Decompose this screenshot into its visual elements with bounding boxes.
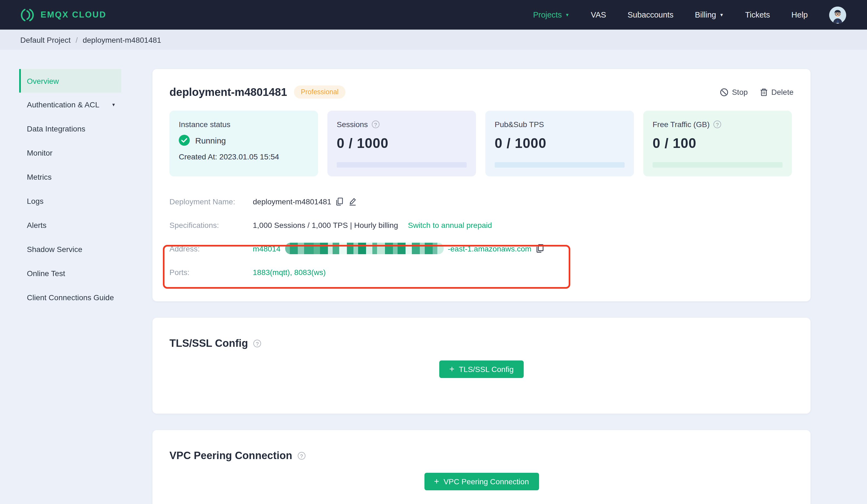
user-avatar[interactable]: [829, 6, 846, 23]
stat-instance-status: Instance status Running Created At: 2023…: [170, 111, 318, 176]
deployment-card: deployment-m4801481 Professional Stop: [152, 69, 811, 301]
avatar-illustration: [829, 6, 846, 23]
stat-sessions: Sessions ? 0 / 1000: [328, 111, 476, 176]
address-redacted-block: [285, 243, 443, 254]
ports-value: 1883(mqtt), 8083(ws): [253, 267, 326, 276]
stat-pubsub-tps: Pub&Sub TPS 0 / 1000: [485, 111, 634, 176]
address-row: Address: m48014 -east-1.amazonaws.com: [170, 237, 793, 260]
chevron-down-icon: ▼: [111, 102, 116, 107]
created-at: Created At: 2023.01.05 15:54: [179, 152, 309, 161]
tps-value: 0 / 1000: [495, 135, 624, 151]
add-vpc-peering-button[interactable]: + VPC Peering Connection: [424, 473, 539, 490]
running-check-icon: [179, 135, 190, 146]
nav-help[interactable]: Help: [791, 10, 808, 19]
nav-projects[interactable]: Projects▼: [533, 10, 569, 19]
switch-annual-prepaid-link[interactable]: Switch to annual prepaid: [408, 220, 492, 229]
sidebar-item-alerts[interactable]: Alerts: [19, 213, 121, 237]
help-icon[interactable]: ?: [298, 452, 306, 460]
specifications-value: 1,000 Sessions / 1,000 TPS | Hourly bill…: [253, 220, 398, 229]
help-icon[interactable]: ?: [714, 121, 721, 128]
breadcrumb-separator: /: [76, 35, 78, 44]
help-icon[interactable]: ?: [372, 121, 379, 128]
detail-rows: Deployment Name: deployment-m4801481: [170, 189, 793, 284]
nav-items: Projects▼ VAS Subaccounts Billing▼ Ticke…: [533, 6, 846, 23]
sidebar-item-overview[interactable]: Overview: [19, 69, 121, 92]
breadcrumb-project[interactable]: Default Project: [20, 35, 71, 44]
vpc-section-title: VPC Peering Connection: [170, 450, 292, 462]
brand-name: EMQX CLOUD: [41, 10, 106, 20]
sidebar: Overview Authentication & ACL ▼ Data Int…: [0, 69, 152, 504]
chevron-down-icon: ▼: [565, 13, 569, 18]
stat-free-traffic: Free Traffic (GB) ? 0 / 100: [643, 111, 792, 176]
stop-icon: [720, 88, 728, 96]
page: EMQX CLOUD Projects▼ VAS Subaccounts Bil…: [0, 0, 867, 504]
tls-ssl-section: TLS/SSL Config ? + TLS/SSL Config: [152, 318, 811, 414]
address-prefix: m48014: [253, 244, 280, 253]
tps-progressbar: [495, 162, 624, 168]
delete-button[interactable]: Delete: [760, 88, 793, 96]
traffic-progressbar: [653, 162, 783, 168]
emqx-logo-icon: [20, 8, 35, 22]
stats-row: Instance status Running Created At: 2023…: [170, 111, 793, 176]
sessions-progressbar: [337, 162, 467, 168]
top-navbar: EMQX CLOUD Projects▼ VAS Subaccounts Bil…: [0, 0, 867, 30]
stop-button[interactable]: Stop: [720, 88, 748, 96]
brand-logo[interactable]: EMQX CLOUD: [20, 8, 106, 22]
sidebar-item-data-integrations[interactable]: Data Integrations: [19, 117, 121, 141]
chevron-down-icon: ▼: [719, 13, 724, 18]
copy-icon[interactable]: [335, 197, 344, 206]
breadcrumb-current: deployment-m4801481: [83, 35, 161, 44]
help-icon[interactable]: ?: [253, 340, 261, 347]
breadcrumb: Default Project / deployment-m4801481: [0, 30, 867, 50]
sidebar-item-online-test[interactable]: Online Test: [19, 261, 121, 285]
deployment-name-row: Deployment Name: deployment-m4801481: [170, 189, 793, 213]
nav-vas[interactable]: VAS: [591, 10, 606, 19]
copy-icon[interactable]: [536, 244, 545, 253]
nav-subaccounts[interactable]: Subaccounts: [628, 10, 674, 19]
address-suffix: -east-1.amazonaws.com: [448, 244, 532, 253]
deployment-title: deployment-m4801481: [170, 86, 287, 98]
nav-billing[interactable]: Billing▼: [695, 10, 724, 19]
tls-section-title: TLS/SSL Config: [170, 338, 248, 350]
vpc-peering-section: VPC Peering Connection ? + VPC Peering C…: [152, 430, 811, 504]
sidebar-item-logs[interactable]: Logs: [19, 189, 121, 213]
sidebar-item-authentication-acl[interactable]: Authentication & ACL ▼: [19, 92, 121, 117]
add-tls-ssl-config-button[interactable]: + TLS/SSL Config: [440, 361, 523, 378]
deployment-name-value: deployment-m4801481: [253, 197, 331, 206]
status-badge: Running: [195, 135, 226, 145]
trash-icon: [760, 88, 768, 96]
nav-tickets[interactable]: Tickets: [745, 10, 770, 19]
specifications-row: Specifications: 1,000 Sessions / 1,000 T…: [170, 213, 793, 237]
plan-badge: Professional: [294, 86, 346, 99]
sidebar-item-shadow-service[interactable]: Shadow Service: [19, 237, 121, 261]
main-content: deployment-m4801481 Professional Stop: [152, 69, 811, 504]
plus-icon: +: [449, 365, 454, 374]
sessions-value: 0 / 1000: [337, 135, 467, 151]
sidebar-item-client-connections-guide[interactable]: Client Connections Guide: [19, 285, 121, 309]
traffic-value: 0 / 100: [653, 135, 783, 151]
edit-icon[interactable]: [348, 197, 357, 206]
ports-row: Ports: 1883(mqtt), 8083(ws): [170, 260, 793, 284]
sidebar-item-metrics[interactable]: Metrics: [19, 165, 121, 189]
sidebar-item-monitor[interactable]: Monitor: [19, 141, 121, 165]
plus-icon: +: [434, 477, 439, 486]
